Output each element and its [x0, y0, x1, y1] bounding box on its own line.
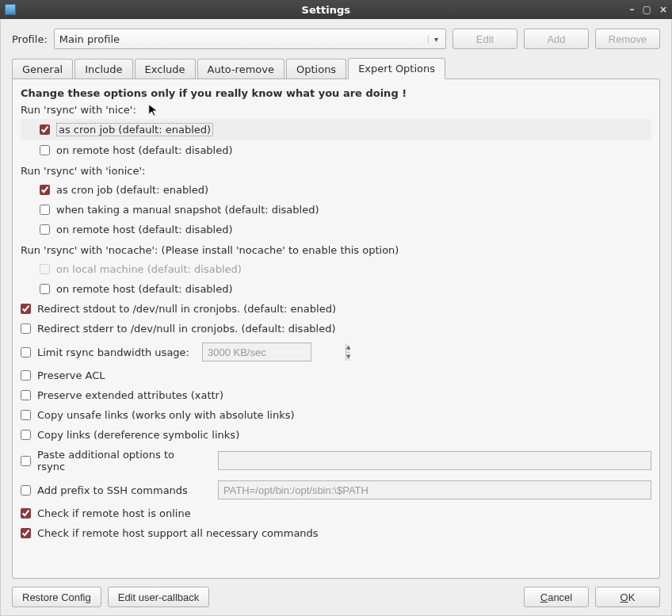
add-profile-button[interactable]: Add [524, 29, 589, 49]
expert-options-panel: Change these options only if you really … [12, 78, 660, 579]
bwlimit-field[interactable]: ▲ ▼ [202, 342, 311, 362]
chevron-down-icon: ▾ [428, 35, 441, 44]
stdout-label[interactable]: Redirect stdout to /dev/null in cronjobs… [37, 303, 336, 315]
bwlimit-checkbox[interactable] [21, 347, 31, 358]
ionice-section-label: Run 'rsync' with 'ionice': [21, 165, 651, 177]
copy-links-row: Copy links (dereference symbolic links) [21, 425, 651, 445]
copy-links-label[interactable]: Copy links (dereference symbolic links) [37, 429, 239, 441]
spin-down-icon[interactable]: ▼ [346, 353, 350, 362]
ionice-manual-label[interactable]: when taking a manual snapshot (default: … [56, 204, 319, 216]
minimize-icon[interactable]: – [630, 4, 635, 15]
preserve-xattr-row: Preserve extended attributes (xattr) [21, 385, 651, 405]
nocache-section-label: Run 'rsync' with 'nocache': (Please inst… [21, 244, 651, 256]
copy-unsafe-row: Copy unsafe links (works only with absol… [21, 405, 651, 425]
restore-config-button[interactable]: Restore Config [12, 587, 101, 607]
ssh-prefix-row: Add prefix to SSH commands [21, 476, 651, 503]
profile-label: Profile: [12, 33, 48, 45]
ssh-prefix-checkbox[interactable] [21, 485, 31, 495]
bwlimit-row: Limit rsync bandwidth usage: ▲ ▼ [21, 339, 651, 365]
copy-unsafe-checkbox[interactable] [21, 410, 31, 420]
paste-opts-checkbox[interactable] [21, 456, 31, 466]
tab-include[interactable]: Include [74, 59, 132, 79]
nocache-remote-row: on remote host (default: disabled) [21, 279, 651, 299]
stderr-checkbox[interactable] [21, 323, 31, 334]
nocache-remote-label[interactable]: on remote host (default: disabled) [56, 283, 233, 295]
settings-window: Settings – ▢ × Profile: Main profile ▾ E… [0, 0, 672, 616]
window-content: Profile: Main profile ▾ Edit Add Remove … [0, 19, 672, 616]
ionice-remote-label[interactable]: on remote host (default: disabled) [56, 224, 233, 235]
check-cmds-row: Check if remote host support all necessa… [21, 523, 651, 543]
profile-row: Profile: Main profile ▾ Edit Add Remove [12, 29, 660, 49]
stderr-label[interactable]: Redirect stderr to /dev/null in cronjobs… [37, 323, 336, 335]
nice-remote-row: on remote host (default: disabled) [21, 140, 651, 160]
ssh-prefix-label[interactable]: Add prefix to SSH commands [37, 484, 196, 496]
ionice-cron-label[interactable]: as cron job (default: enabled) [56, 184, 208, 196]
preserve-acl-row: Preserve ACL [21, 365, 651, 385]
expert-warning: Change these options only if you really … [21, 87, 651, 99]
ionice-remote-checkbox[interactable] [40, 224, 50, 235]
cancel-rest: ancel [548, 591, 572, 603]
paste-opts-label[interactable]: Paste additional options to rsync [37, 449, 196, 473]
nocache-local-checkbox [40, 264, 50, 274]
nocache-remote-checkbox[interactable] [40, 284, 50, 294]
check-online-label[interactable]: Check if remote host is online [37, 507, 191, 519]
app-icon [5, 4, 16, 15]
maximize-icon[interactable]: ▢ [643, 4, 651, 15]
bwlimit-spinner[interactable]: ▲ ▼ [346, 343, 350, 361]
edit-profile-button[interactable]: Edit [452, 29, 517, 49]
paste-opts-row: Paste additional options to rsync [21, 445, 651, 476]
preserve-acl-checkbox[interactable] [21, 370, 31, 381]
spin-up-icon[interactable]: ▲ [346, 343, 350, 353]
window-title: Settings [22, 4, 630, 16]
ionice-cron-checkbox[interactable] [40, 185, 50, 195]
ionice-cron-row: as cron job (default: enabled) [21, 180, 651, 200]
edit-user-callback-button[interactable]: Edit user-callback [108, 587, 210, 607]
check-online-row: Check if remote host is online [21, 503, 651, 523]
bwlimit-label[interactable]: Limit rsync bandwidth usage: [37, 346, 189, 358]
paste-opts-input[interactable] [218, 451, 651, 470]
preserve-xattr-label[interactable]: Preserve extended attributes (xattr) [37, 389, 223, 401]
tab-expert-options[interactable]: Expert Options [348, 58, 445, 79]
tab-options[interactable]: Options [286, 59, 346, 79]
ssh-prefix-input[interactable] [218, 480, 651, 499]
bwlimit-input[interactable] [203, 343, 346, 361]
tab-auto-remove[interactable]: Auto-remove [197, 59, 284, 79]
nice-cron-row: as cron job (default: enabled) [21, 119, 651, 140]
tab-general[interactable]: General [12, 59, 73, 79]
ok-button[interactable]: OK [595, 587, 660, 607]
profile-selected: Main profile [59, 33, 120, 45]
nice-cron-label[interactable]: as cron job (default: enabled) [56, 123, 213, 136]
preserve-acl-label[interactable]: Preserve ACL [37, 369, 105, 381]
ionice-manual-checkbox[interactable] [40, 205, 50, 215]
preserve-xattr-checkbox[interactable] [21, 390, 31, 400]
nice-section-label: Run 'rsync' with 'nice': [21, 104, 651, 116]
check-cmds-label[interactable]: Check if remote host support all necessa… [37, 527, 319, 539]
stderr-row: Redirect stderr to /dev/null in cronjobs… [21, 319, 651, 339]
nocache-local-label: on local machine (default: disabled) [56, 263, 242, 275]
tab-bar: General Include Exclude Auto-remove Opti… [12, 57, 660, 78]
close-icon[interactable]: × [659, 4, 667, 15]
nice-remote-label[interactable]: on remote host (default: disabled) [56, 144, 233, 156]
nice-cron-checkbox[interactable] [40, 124, 50, 135]
copy-links-checkbox[interactable] [21, 430, 31, 440]
tab-exclude[interactable]: Exclude [135, 59, 196, 79]
ionice-remote-row: on remote host (default: disabled) [21, 220, 651, 239]
cancel-button[interactable]: Cancel [524, 587, 589, 607]
check-online-checkbox[interactable] [21, 508, 31, 518]
nocache-local-row: on local machine (default: disabled) [21, 259, 651, 279]
nice-remote-checkbox[interactable] [40, 145, 50, 155]
stdout-checkbox[interactable] [21, 304, 31, 314]
copy-unsafe-label[interactable]: Copy unsafe links (works only with absol… [37, 409, 295, 421]
ionice-manual-row: when taking a manual snapshot (default: … [21, 200, 651, 220]
stdout-row: Redirect stdout to /dev/null in cronjobs… [21, 299, 651, 319]
titlebar[interactable]: Settings – ▢ × [0, 0, 672, 19]
ok-rest: K [628, 591, 636, 603]
check-cmds-checkbox[interactable] [21, 528, 31, 538]
profile-select[interactable]: Main profile ▾ [54, 29, 446, 49]
dialog-footer: Restore Config Edit user-callback Cancel… [12, 579, 660, 607]
remove-profile-button[interactable]: Remove [595, 29, 660, 49]
